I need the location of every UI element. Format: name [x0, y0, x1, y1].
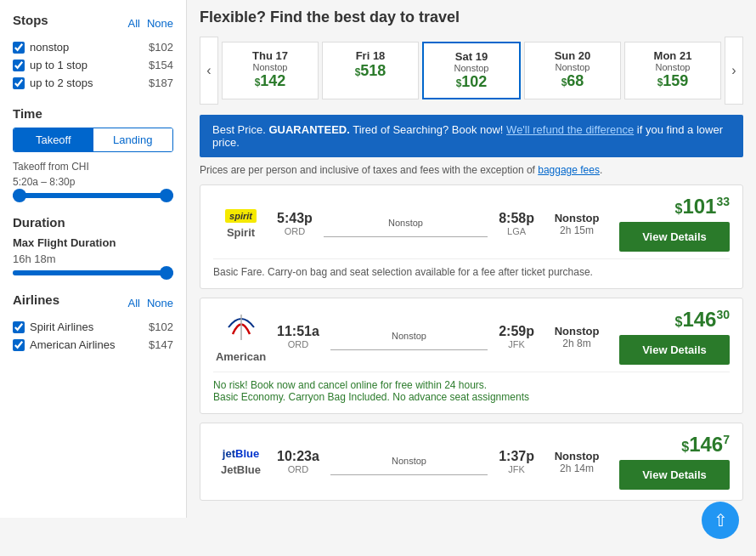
airline-price-1: $147 [149, 338, 173, 351]
day-card-3[interactable]: Sun 20 Nonstop $68 [524, 42, 621, 99]
depart-info-1: 11:51a ORD [277, 324, 319, 349]
depart-info-2: 10:23a ORD [277, 449, 319, 474]
day-price-1: $518 [328, 62, 413, 80]
nonstop-text-1: Nonstop [543, 325, 611, 338]
flight-times-0: 5:43p ORD Nonstop 8:58p LGA [277, 211, 534, 236]
view-details-button-1[interactable]: View Details [619, 335, 730, 365]
arrive-time-2: 1:37p [499, 449, 534, 464]
banner-guaranteed: GUARANTEED. [268, 123, 349, 136]
day-card-0[interactable]: Thu 17 Nonstop $142 [222, 42, 319, 99]
takeoff-slider[interactable] [13, 193, 173, 198]
flight-times-1: 11:51a ORD Nonstop 2:59p JFK [277, 324, 534, 349]
stop-checkbox-0[interactable] [13, 42, 25, 54]
airline-label-1: American Airlines [30, 338, 115, 351]
day-name-0: Thu 17 [228, 49, 313, 62]
stop-price-1: $154 [149, 59, 173, 71]
jetblue-logo: jetBlue [223, 447, 259, 460]
airlines-all-link[interactable]: All [127, 297, 139, 309]
day-price-4: $159 [630, 72, 715, 90]
day-stop-4: Nonstop [630, 62, 715, 72]
depart-time-1: 11:51a [277, 324, 319, 339]
stop-option-row: up to 2 stops $187 [13, 77, 173, 89]
arrive-airport-2: JFK [499, 464, 534, 474]
airline-checkbox-1[interactable] [13, 339, 25, 351]
flight-line-0: Nonstop [319, 218, 492, 230]
flight-price-1: $14630 [619, 309, 730, 330]
info-text-start: Prices are per person and inclusive of t… [200, 164, 538, 176]
nonstop-label-0: Nonstop [319, 218, 492, 228]
duration-slider[interactable] [13, 270, 173, 275]
flight-times-2: 10:23a ORD Nonstop 1:37p JFK [277, 449, 534, 474]
next-day-arrow[interactable]: › [725, 37, 743, 105]
landing-tab[interactable]: Landing [93, 128, 173, 151]
day-name-1: Fri 18 [328, 49, 413, 62]
arrive-info-0: 8:58p LGA [499, 211, 534, 236]
stop-option-row: nonstop $102 [13, 41, 173, 54]
price-area-2: $1467 View Details [619, 434, 730, 490]
banner-refund-link[interactable]: We'll refund the difference [506, 123, 634, 136]
day-name-3: Sun 20 [530, 49, 615, 62]
view-details-button-2[interactable]: View Details [619, 460, 730, 490]
airline-logo-area-1: American [213, 310, 268, 363]
depart-time-2: 10:23a [277, 449, 319, 464]
page-title: Flexible? Find the best day to travel [200, 9, 743, 26]
airline-logo-area-2: jetBlue JetBlue [213, 447, 268, 476]
day-card-4[interactable]: Mon 21 Nonstop $159 [624, 42, 721, 99]
flight-line-2: Nonstop [326, 456, 492, 468]
spirit-logo: spirit [225, 209, 257, 223]
airline-logo-area-0: spirit Spirit [213, 209, 268, 239]
day-price-3: $68 [530, 72, 615, 90]
airline-label-0: Spirit Airlines [30, 321, 93, 333]
arrive-airport-0: LGA [499, 226, 534, 236]
airlines-none-link[interactable]: None [147, 297, 173, 309]
flight-line-1: Nonstop [326, 331, 492, 343]
banner-text-start: Best Price. [212, 123, 268, 136]
day-name-4: Mon 21 [630, 49, 715, 62]
stop-checkbox-2[interactable] [13, 77, 25, 89]
arrive-time-1: 2:59p [499, 324, 534, 339]
arrive-info-1: 2:59p JFK [499, 324, 534, 349]
flight-price-2: $1467 [619, 434, 730, 455]
american-logo [224, 310, 258, 344]
time-section: Time Takeoff Landing Takeoff from CHI 5:… [13, 106, 173, 198]
flight-price-0: $10133 [619, 196, 730, 217]
time-title: Time [13, 106, 173, 121]
day-card-2[interactable]: Sat 19 Nonstop $102 [422, 42, 521, 99]
flight-card-1: American 11:51a ORD Nonstop 2:59p JFK No… [200, 298, 743, 414]
max-flight-label: Max Flight Duration [13, 236, 173, 249]
airline-name-0: Spirit [213, 226, 268, 239]
arrive-time-0: 8:58p [499, 211, 534, 226]
stop-label-1: up to 1 stop [30, 59, 87, 71]
nonstop-text-0: Nonstop [543, 212, 611, 224]
takeoff-tab[interactable]: Takeoff [14, 128, 93, 151]
info-text-end: . [600, 164, 602, 176]
airlines-section: Airlines All None Spirit Airlines $102 A… [13, 292, 173, 351]
stops-none-link[interactable]: None [147, 17, 173, 30]
stops-title: Stops [13, 13, 48, 27]
duration-title: Duration [13, 215, 173, 230]
duration-area-0: Nonstop 2h 15m [543, 212, 611, 236]
day-stop-3: Nonstop [530, 62, 615, 72]
depart-airport-2: ORD [277, 464, 319, 474]
duration-text-2: 2h 14m [543, 462, 611, 474]
best-price-banner: Best Price. GUARANTEED. Tired of Searchi… [200, 115, 743, 157]
day-stop-0: Nonstop [228, 62, 313, 72]
view-details-button-0[interactable]: View Details [619, 222, 730, 252]
airline-option-row: Spirit Airlines $102 [13, 321, 173, 333]
airline-checkbox-0[interactable] [13, 321, 25, 333]
takeoff-from-label: Takeoff from CHI [13, 161, 173, 173]
prev-day-arrow[interactable]: ‹ [200, 37, 218, 105]
stops-all-link[interactable]: All [127, 17, 139, 30]
max-flight-value: 16h 18m [13, 252, 173, 265]
duration-area-2: Nonstop 2h 14m [543, 450, 611, 474]
baggage-fees-link[interactable]: baggage fees [538, 164, 600, 176]
day-card-1[interactable]: Fri 18 $518 [322, 42, 419, 99]
nonstop-label-1: Nonstop [326, 331, 492, 341]
arrive-info-2: 1:37p JFK [499, 449, 534, 474]
airline-name-1: American [213, 350, 268, 363]
nonstop-label-2: Nonstop [326, 456, 492, 466]
airline-option-row: American Airlines $147 [13, 338, 173, 351]
stop-checkbox-1[interactable] [13, 60, 25, 71]
depart-info-0: 5:43p ORD [277, 211, 313, 236]
banner-text-mid: Tired of Searching? Book now! [350, 123, 506, 136]
